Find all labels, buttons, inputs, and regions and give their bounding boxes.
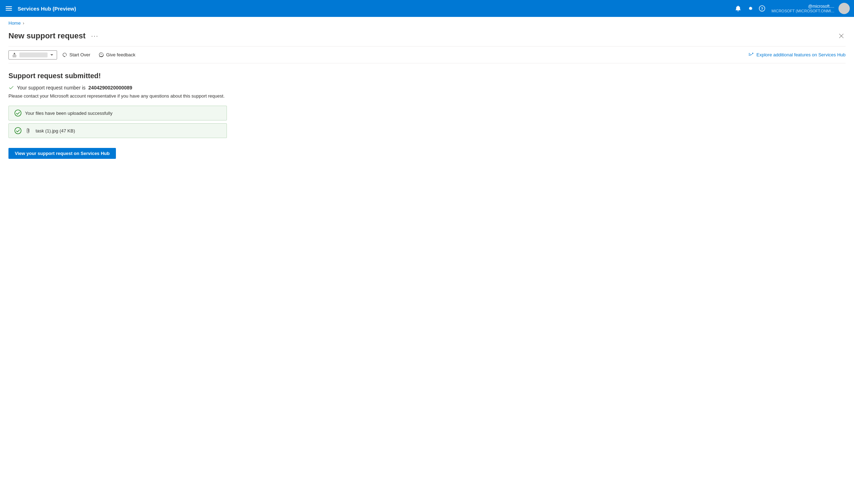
settings-button[interactable] — [745, 3, 755, 14]
chevron-down-icon — [50, 53, 54, 57]
user-info: @microsoft.... MICROSOFT (MICROSOFT.ONMI… — [772, 4, 834, 13]
give-feedback-button[interactable]: Give feedback — [95, 50, 139, 60]
check-icon — [8, 85, 14, 91]
submitted-title: Support request submitted! — [8, 72, 846, 80]
explore-icon — [748, 52, 754, 58]
give-feedback-label: Give feedback — [106, 52, 135, 57]
request-number-value: 2404290020000089 — [88, 85, 132, 91]
contact-note: Please contact your Microsoft account re… — [8, 93, 846, 99]
notification-button[interactable] — [733, 3, 743, 14]
hamburger-menu-button[interactable] — [4, 4, 13, 13]
service-selector[interactable] — [8, 50, 57, 60]
topbar-icons: ? @microsoft.... MICROSOFT (MICROSOFT.ON… — [733, 3, 850, 14]
main-container: Home › New support request ··· — [0, 17, 854, 167]
close-button[interactable] — [837, 32, 846, 40]
toolbar-right: Explore additional features on Services … — [748, 52, 846, 58]
file-upload-success-box: task (1).jpg (47 KB) — [8, 123, 227, 138]
breadcrumb: Home › — [8, 17, 846, 28]
selector-text — [19, 52, 48, 57]
refresh-icon — [62, 52, 67, 57]
user-name: @microsoft.... — [808, 4, 834, 9]
start-over-button[interactable]: Start Over — [58, 50, 94, 60]
svg-rect-2 — [6, 10, 12, 11]
request-number-label: Your support request number is — [17, 85, 86, 91]
topbar: Services Hub (Preview) ? @microsoft.... … — [0, 0, 854, 17]
more-options-button[interactable]: ··· — [89, 32, 101, 41]
feedback-icon — [99, 52, 104, 57]
user-org: MICROSOFT (MICROSOFT.ONMI... — [772, 9, 834, 13]
upload-success-icon — [14, 110, 21, 117]
upload-success-message: Your files have been uploaded successful… — [25, 111, 112, 116]
svg-point-6 — [15, 127, 21, 134]
content-section: Support request submitted! Your support … — [8, 63, 846, 167]
toolbar-left: Start Over Give feedback — [8, 50, 747, 60]
svg-rect-0 — [6, 6, 12, 7]
user-avatar[interactable] — [838, 3, 850, 14]
page-header: New support request ··· — [8, 28, 846, 46]
explore-features-link[interactable]: Explore additional features on Services … — [748, 52, 846, 58]
view-support-request-button[interactable]: View your support request on Services Hu… — [8, 148, 116, 159]
page-title: New support request — [8, 31, 86, 41]
help-button[interactable]: ? — [757, 3, 767, 14]
svg-rect-1 — [6, 8, 12, 9]
selector-icon — [12, 52, 17, 58]
attachment-icon — [26, 128, 32, 133]
breadcrumb-separator: › — [23, 21, 24, 26]
toolbar: Start Over Give feedback E — [8, 46, 846, 63]
file-check-icon — [14, 127, 21, 134]
breadcrumb-home-link[interactable]: Home — [8, 20, 21, 26]
upload-success-box: Your files have been uploaded successful… — [8, 106, 227, 120]
svg-text:?: ? — [761, 7, 763, 11]
explore-label: Explore additional features on Services … — [756, 52, 846, 57]
start-over-label: Start Over — [69, 52, 90, 57]
request-number-row: Your support request number is 240429002… — [8, 85, 846, 91]
view-button-label: View your support request on Services Hu… — [15, 151, 110, 156]
svg-point-5 — [15, 110, 21, 116]
file-name: task (1).jpg (47 KB) — [36, 128, 75, 133]
app-title: Services Hub (Preview) — [18, 6, 729, 12]
